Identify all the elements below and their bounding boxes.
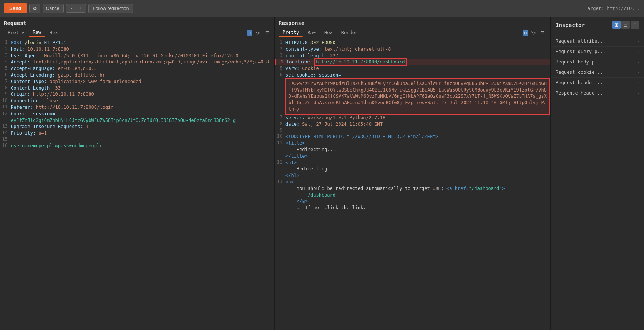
cancel-button[interactable]: Cancel <box>43 4 64 13</box>
response-menu-icon[interactable]: ☰ <box>539 30 546 36</box>
inspector-item-request-cookie[interactable]: Request cookie... › <box>551 67 644 78</box>
response-panel-title: Response <box>275 17 550 28</box>
request-line-5: 5 Accept-Language: en-US,en;q=0.5 <box>0 65 274 72</box>
response-line-13d: </a> <box>275 198 550 205</box>
request-line-12a: 12 Cookie: session= <box>0 111 274 117</box>
request-newline-icon[interactable]: \n <box>254 30 262 36</box>
response-line-11a: 11 <title> <box>275 140 550 147</box>
view-list-button[interactable]: ☰ <box>621 21 630 29</box>
request-line-14: 14 Priority: u=1 <box>0 130 274 137</box>
response-tabs: Pretty Raw Hex Render ⊟ \n ☰ <box>275 28 550 38</box>
response-line-7: 7 server: Werkzeug/1.0.1 Python/2.7.18 <box>275 115 550 121</box>
inspector-item-request-body[interactable]: Request body p... › <box>551 57 644 67</box>
view-menu-button[interactable]: ⋮ <box>631 21 639 29</box>
response-newline-icon[interactable]: \n <box>530 30 538 36</box>
request-line-4: 4 Accept: text/html,application/xhtml+xm… <box>0 59 274 65</box>
response-line-12c: </h1> <box>275 172 550 179</box>
request-copy-icon[interactable]: ⊟ <box>247 30 252 36</box>
request-tabs: Pretty Raw Hex ⊟ \n ☰ <box>0 28 274 38</box>
tab-response-raw[interactable]: Raw <box>304 29 320 37</box>
response-line-9: 9 <box>275 127 550 133</box>
response-line-10: 10 <!DOCTYPE HTML PUBLIC "-//W3C//DTD HT… <box>275 133 550 140</box>
settings-button[interactable]: ⚙ <box>29 4 40 13</box>
inspector-item-request-header[interactable]: Request header... › <box>551 78 644 88</box>
nav-forward-icon[interactable]: › <box>78 6 84 11</box>
tab-request-hex[interactable]: Hex <box>46 29 62 37</box>
nav-divider <box>75 6 78 11</box>
response-line-12a: 12 <h1> <box>275 160 550 166</box>
response-line-13b: You should be redirected automatically t… <box>275 185 550 192</box>
request-line-12b: eyJfZnJlc2giOmZhbHNlLCJfcGVybWFuZW50IjpO… <box>0 117 274 124</box>
request-tab-icons: ⊟ \n ☰ <box>247 30 271 36</box>
main-layout: Request Pretty Raw Hex ⊟ \n ☰ 1 POST /lo… <box>0 17 644 330</box>
request-line-9: 9 Origin: http://10.10.11.7:8080 <box>0 91 274 98</box>
request-line-2: 2 Host: 10.10.11.7:8080 <box>0 46 274 53</box>
tab-request-raw[interactable]: Raw <box>29 28 45 37</box>
tab-response-pretty[interactable]: Pretty <box>279 28 303 37</box>
response-line-11c: </title> <box>275 153 550 160</box>
view-grid-button[interactable]: ⊞ <box>612 21 621 29</box>
response-tab-icons: ⊟ \n ☰ <box>523 30 546 36</box>
request-line-7: 7 Content-Type: application/x-www-form-u… <box>0 78 274 85</box>
toolbar: Send ⚙ Cancel ‹ › Follow redirection Tar… <box>0 0 644 17</box>
request-line-16: 16 username=openplc&password=openplc <box>0 143 274 149</box>
tab-response-hex[interactable]: Hex <box>320 29 337 37</box>
response-line-2: 2 content-type: text/html; charset=utf-8 <box>275 46 550 53</box>
response-line-4: 4 location: http://10.10.11.7:8080/dashb… <box>275 59 550 65</box>
nav-back-icon[interactable]: ‹ <box>69 6 75 11</box>
request-line-15: 15 <box>0 137 274 143</box>
inspector-view-icons: ⊞ ☰ ⋮ <box>612 21 639 29</box>
response-line-13c: /dashboard <box>275 192 550 198</box>
response-line-12b: Redirecting... <box>275 166 550 172</box>
request-line-11: 11 Referer: http://10.10.11.7:8080/login <box>0 104 274 111</box>
request-panel: Request Pretty Raw Hex ⊟ \n ☰ 1 POST /lo… <box>0 17 275 330</box>
response-line-13e: . If not click the link. <box>275 205 550 211</box>
response-line-11b: Redirecting... <box>275 147 550 153</box>
request-line-10: 10 Connection: close <box>0 98 274 104</box>
request-line-1: 1 POST /login HTTP/1.1 <box>0 40 274 46</box>
request-line-13: 13 Upgrade-Insecure-Requests: 1 <box>0 123 274 130</box>
request-line-6: 6 Accept-Encoding: gzip, deflate, br <box>0 72 274 78</box>
send-button[interactable]: Send <box>4 3 27 13</box>
response-line-13a: 13 <p> <box>275 179 550 185</box>
inspector-title: Inspector <box>556 22 585 28</box>
response-copy-icon[interactable]: ⊟ <box>523 30 528 36</box>
follow-redirection-button[interactable]: Follow redirection <box>88 4 133 13</box>
response-cookie-block: .eJw9jzFrwzAUhP9KOdzBlTsZOhSUBBfeEy7PCGk… <box>285 78 550 115</box>
nav-buttons[interactable]: ‹ › <box>66 4 86 13</box>
response-code-area[interactable]: 1 HTTP/1.0 302 FOUND 2 content-type: tex… <box>275 38 550 330</box>
target-label: Target: http://10... <box>585 6 641 11</box>
response-panel: Response Pretty Raw Hex Render ⊟ \n ☰ 1 … <box>275 17 551 330</box>
response-line-8: 8 date: Sat, 27 Jul 2024 11:05:40 GMT <box>275 121 550 128</box>
inspector-panel: Inspector ⊞ ☰ ⋮ Request attribu... › Req… <box>551 17 644 330</box>
request-panel-title: Request <box>0 17 274 28</box>
inspector-header: Inspector ⊞ ☰ ⋮ <box>551 17 644 33</box>
response-line-1: 1 HTTP/1.0 302 FOUND <box>275 40 550 46</box>
request-line-3: 3 User-Agent: Mozilla/5.0 (X11; Linux x8… <box>0 53 274 59</box>
inspector-item-request-query[interactable]: Request query p... › <box>551 47 644 57</box>
request-line-8: 8 Content-Length: 33 <box>0 85 274 92</box>
response-line-5: 5 vary: Cookie <box>275 65 550 72</box>
inspector-items: Request attribu... › Request query p... … <box>551 33 644 102</box>
request-code-area[interactable]: 1 POST /login HTTP/1.1 2 Host: 10.10.11.… <box>0 38 274 330</box>
tab-response-render[interactable]: Render <box>337 29 362 37</box>
inspector-item-request-attrib[interactable]: Request attribu... › <box>551 36 644 47</box>
inspector-item-response-header[interactable]: Response heade... › <box>551 88 644 98</box>
tab-request-pretty[interactable]: Pretty <box>4 29 28 37</box>
response-line-6a: 6 set-cookie: session= <box>275 72 550 78</box>
request-menu-icon[interactable]: ☰ <box>264 30 271 36</box>
